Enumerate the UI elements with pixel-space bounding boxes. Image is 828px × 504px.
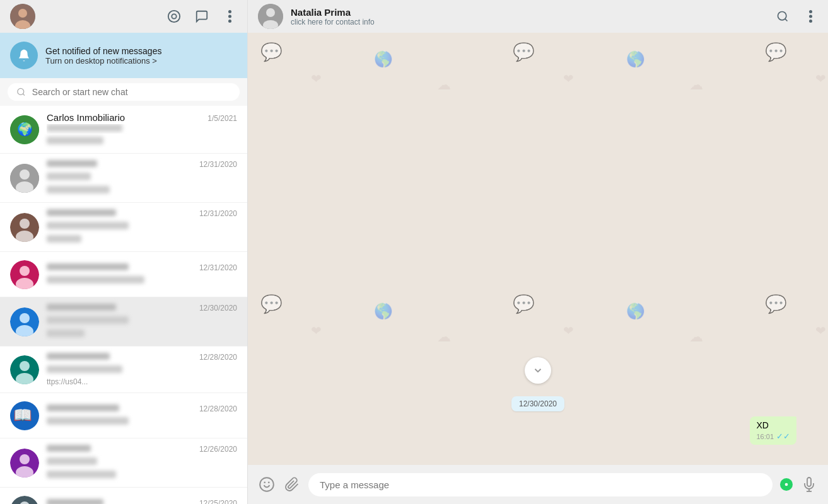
- list-item[interactable]: 12/26/2020: [0, 438, 247, 488]
- right-header[interactable]: Natalia Prima click here for contact inf…: [248, 0, 828, 33]
- notification-text: Get notified of new messages Turn on des…: [45, 46, 161, 66]
- search-icon[interactable]: [775, 9, 790, 24]
- chat-info: 12/30/2020: [47, 304, 237, 340]
- list-item[interactable]: 12/31/2020: [0, 203, 247, 252]
- svg-line-40: [785, 19, 788, 21]
- search-input[interactable]: [32, 87, 231, 97]
- svg-point-20: [20, 266, 30, 276]
- attach-icon[interactable]: [283, 476, 301, 493]
- contact-info: Natalia Prima click here for contact inf…: [291, 7, 375, 26]
- scroll-to-bottom-button[interactable]: [525, 357, 551, 384]
- svg-point-23: [20, 313, 30, 323]
- svg-point-7: [228, 20, 231, 23]
- notification-subtitle: Turn on desktop notifications >: [45, 56, 161, 66]
- date-badge: 12/30/2020: [511, 396, 564, 411]
- avatar: 🌍: [10, 115, 39, 144]
- chat-time: 1/5/2021: [207, 114, 237, 123]
- svg-point-26: [20, 361, 30, 371]
- notification-bell-icon: [10, 42, 38, 69]
- list-item[interactable]: 🌍 Carlos Inmobiliario 1/5/2021: [0, 106, 247, 154]
- svg-point-43: [809, 20, 812, 23]
- right-panel: Natalia Prima click here for contact inf…: [248, 0, 828, 504]
- avatar: [10, 355, 39, 384]
- contact-name: Natalia Prima: [291, 7, 375, 18]
- avatar: [10, 307, 39, 336]
- chat-list: 🌍 Carlos Inmobiliario 1/5/2021: [0, 106, 247, 504]
- chat-time: 12/28/2020: [199, 353, 237, 362]
- list-item[interactable]: 12/31/2020: [0, 252, 247, 297]
- svg-point-39: [778, 12, 786, 20]
- avatar: [10, 496, 39, 505]
- search-icon: [16, 87, 26, 97]
- chat-info: 12/26/2020: [47, 445, 237, 481]
- message-bubble: XD 16:01 ✓✓: [750, 416, 796, 445]
- more-options-icon[interactable]: [222, 9, 237, 24]
- list-item[interactable]: 12/25/2020: [0, 488, 247, 504]
- search-bar: [0, 78, 247, 106]
- avatar: 📖: [10, 401, 39, 430]
- user-avatar[interactable]: [10, 4, 35, 29]
- right-header-icons: [775, 9, 818, 24]
- svg-point-41: [809, 10, 812, 13]
- chat-time: 12/26/2020: [199, 445, 237, 454]
- contact-subtitle: click here for contact info: [291, 18, 375, 26]
- chat-area: 12/30/2020 XD 16:01 ✓✓: [248, 33, 828, 465]
- avatar: [10, 260, 39, 289]
- svg-point-31: [20, 454, 30, 464]
- avatar: [10, 164, 39, 193]
- message-input[interactable]: [308, 473, 773, 496]
- message-time: 16:01: [756, 433, 774, 440]
- avatar: [10, 213, 39, 242]
- input-bar: [248, 465, 828, 504]
- svg-point-3: [168, 11, 180, 22]
- chat-time: 12/25/2020: [199, 499, 237, 505]
- avatar: [10, 449, 39, 478]
- chat-info: 12/31/2020: [47, 263, 237, 286]
- notification-banner[interactable]: Get notified of new messages Turn on des…: [0, 33, 247, 78]
- chat-time: 12/31/2020: [199, 263, 237, 272]
- chat-info: Carlos Inmobiliario 1/5/2021: [47, 112, 237, 147]
- notification-title: Get notified of new messages: [45, 46, 161, 56]
- contact-header-left: Natalia Prima click here for contact inf…: [258, 4, 375, 29]
- svg-text:📖: 📖: [13, 406, 32, 424]
- svg-line-10: [23, 94, 25, 96]
- chat-area-inner: 12/30/2020 XD 16:01 ✓✓: [279, 45, 796, 452]
- message-row: XD 16:01 ✓✓: [279, 416, 796, 445]
- svg-point-5: [228, 10, 231, 13]
- list-item[interactable]: 📖 12/28/2020: [0, 393, 247, 438]
- send-button[interactable]: [780, 478, 793, 491]
- svg-text:🌍: 🌍: [17, 122, 33, 137]
- search-container: [8, 83, 240, 101]
- mic-icon[interactable]: [800, 476, 818, 493]
- chat-time: 12/30/2020: [199, 304, 237, 312]
- status-icon[interactable]: [166, 9, 182, 24]
- chat-time: 12/28/2020: [199, 404, 237, 413]
- chat-info: 12/31/2020: [47, 160, 237, 196]
- svg-point-6: [228, 15, 231, 18]
- list-item[interactable]: 12/28/2020 ttps://us04...: [0, 346, 247, 393]
- svg-point-48: [785, 483, 788, 486]
- svg-point-1: [18, 9, 27, 18]
- new-chat-icon[interactable]: [194, 9, 209, 24]
- svg-point-9: [18, 88, 24, 94]
- chat-time: 12/31/2020: [199, 160, 237, 169]
- chat-info: 12/25/2020: [47, 499, 237, 505]
- chat-info: 12/28/2020 ttps://us04...: [47, 353, 237, 386]
- message-ticks: ✓✓: [776, 432, 790, 441]
- chat-info: 12/31/2020: [47, 209, 237, 245]
- message-text: XD: [756, 420, 768, 430]
- more-options-icon[interactable]: [803, 9, 818, 24]
- chat-time: 12/31/2020: [199, 209, 237, 218]
- list-item[interactable]: 12/30/2020: [0, 297, 247, 346]
- svg-point-42: [809, 15, 812, 18]
- list-item[interactable]: 12/31/2020: [0, 154, 247, 203]
- svg-point-37: [266, 8, 275, 17]
- svg-point-17: [20, 219, 30, 229]
- svg-point-4: [172, 14, 176, 18]
- chat-preview: [47, 124, 237, 134]
- message-meta: 16:01 ✓✓: [756, 432, 790, 441]
- left-header-icons: [166, 9, 237, 24]
- svg-point-14: [20, 169, 30, 180]
- left-header: [0, 0, 247, 33]
- emoji-icon[interactable]: [258, 476, 276, 493]
